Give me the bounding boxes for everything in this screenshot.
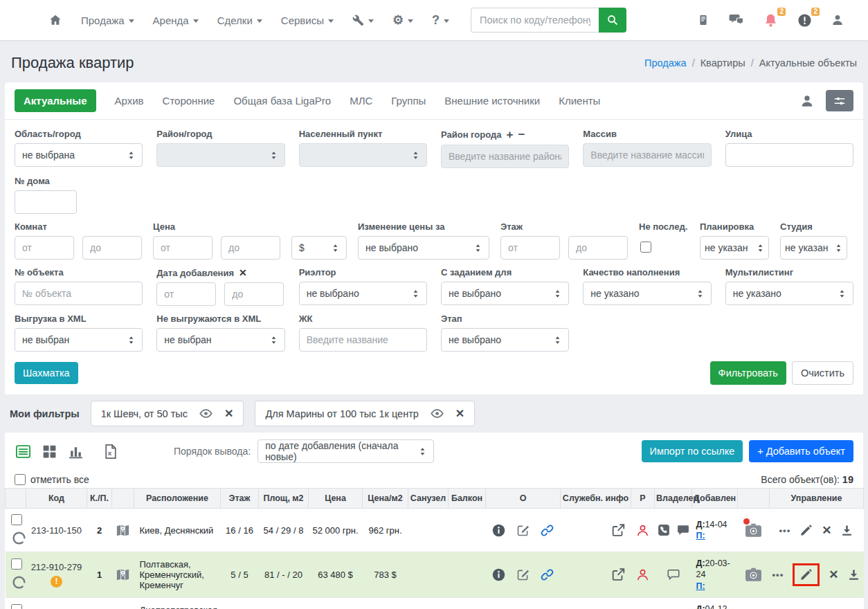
remove-district-icon[interactable]: −	[518, 129, 525, 140]
house-no-input[interactable]	[15, 190, 77, 214]
eye-icon[interactable]	[199, 406, 213, 421]
not-last-checkbox[interactable]	[640, 242, 651, 253]
nav-settings-menu[interactable]: ⚙	[392, 12, 413, 28]
delete-icon[interactable]: ✕	[822, 523, 831, 538]
map-icon[interactable]	[115, 522, 131, 538]
import-by-link-button[interactable]: Импорт по ссылке	[642, 440, 743, 462]
grid-view-button[interactable]	[41, 443, 58, 460]
chessboard-button[interactable]: Шахматка	[15, 362, 78, 384]
owner-link[interactable]: П:	[696, 581, 705, 591]
rooms-from-input[interactable]	[15, 236, 74, 260]
home-button[interactable]	[48, 13, 62, 27]
tab-archive[interactable]: Архив	[115, 95, 144, 107]
search-input[interactable]	[471, 8, 599, 33]
tab-actual[interactable]: Актуальные	[15, 89, 96, 112]
delete-filter-icon[interactable]: ✕	[224, 407, 233, 420]
street-input[interactable]	[725, 143, 853, 167]
list-view-button[interactable]	[15, 443, 32, 460]
phone-icon[interactable]	[657, 523, 671, 537]
comment-outline-icon[interactable]	[667, 567, 680, 581]
info-icon[interactable]	[491, 567, 506, 582]
link-icon[interactable]	[540, 567, 554, 582]
tab-third-party[interactable]: Сторонние	[163, 95, 215, 107]
row-checkbox[interactable]	[11, 558, 22, 570]
agent-filter-button[interactable]	[799, 93, 815, 109]
nav-tools-menu[interactable]	[352, 15, 374, 26]
owner-link[interactable]: П:	[696, 531, 705, 540]
multilisting-select[interactable]: не указано	[725, 282, 853, 305]
profile-button[interactable]	[831, 13, 844, 27]
download-icon[interactable]	[840, 524, 853, 537]
status-ring-icon[interactable]	[11, 574, 27, 590]
object-no-input[interactable]	[15, 282, 143, 305]
delete-filter-icon[interactable]: ✕	[455, 407, 464, 420]
sort-order-select[interactable]: по дате добавления (сначала новые)	[257, 439, 434, 463]
object-code[interactable]: 213-110-150	[31, 525, 82, 536]
price-from-input[interactable]	[153, 236, 213, 260]
floor-to-input[interactable]	[568, 236, 628, 260]
tab-groups[interactable]: Группы	[391, 95, 426, 107]
note-icon[interactable]	[516, 523, 530, 538]
excel-export-button[interactable]	[102, 443, 119, 460]
add-object-button[interactable]: + Добавить объект	[749, 440, 853, 462]
info-icon[interactable]	[491, 523, 506, 538]
journal-button[interactable]	[696, 13, 710, 27]
region-select[interactable]: не выбрана	[15, 143, 143, 167]
map-icon[interactable]	[115, 567, 131, 583]
realtor-icon[interactable]	[635, 567, 650, 582]
tab-ligapro-base[interactable]: Общая база LigaPro	[233, 95, 331, 107]
tab-mls[interactable]: МЛС	[350, 95, 372, 107]
row-checkbox[interactable]	[11, 514, 22, 525]
layout-select[interactable]: не указан	[700, 236, 769, 260]
object-code[interactable]: 212-910-279	[31, 562, 82, 572]
task-for-select[interactable]: не выбрано	[441, 282, 569, 305]
more-actions-icon[interactable]: •••	[779, 525, 791, 536]
realtor-select[interactable]: не выбрано	[299, 282, 427, 305]
row-checkbox[interactable]	[11, 604, 22, 609]
stage-select[interactable]: не выбрано	[441, 328, 569, 352]
more-actions-icon[interactable]: •••	[772, 570, 784, 580]
search-button[interactable]	[599, 8, 626, 33]
stats-view-button[interactable]	[67, 443, 84, 460]
saved-filter-chip[interactable]: 1к Шевч, от 50 тыс ✕	[91, 401, 244, 426]
floor-from-input[interactable]	[500, 236, 560, 260]
external-link-icon[interactable]	[611, 567, 626, 582]
download-icon[interactable]	[847, 568, 860, 581]
breadcrumb-sales-link[interactable]: Продажа	[644, 57, 687, 69]
price-change-select[interactable]: не выбрано	[358, 236, 489, 260]
comment-filled-icon[interactable]	[676, 523, 690, 537]
edit-icon[interactable]	[799, 568, 813, 581]
clear-date-icon[interactable]: ✕	[239, 267, 247, 278]
camera-icon[interactable]	[744, 566, 763, 583]
price-to-input[interactable]	[221, 236, 280, 260]
messages-button[interactable]	[728, 12, 745, 28]
nav-deals-menu[interactable]: Сделки	[217, 15, 262, 26]
notifications-button[interactable]: 2	[763, 12, 779, 28]
saved-filter-chip[interactable]: Для Марины от 100 тыс 1к центр ✕	[255, 401, 475, 426]
delete-icon[interactable]: ✕	[829, 567, 838, 582]
xml-skip-select[interactable]: не выбран	[156, 328, 284, 352]
nav-sales-menu[interactable]: Продажа	[81, 15, 134, 26]
currency-select[interactable]: $	[291, 236, 347, 260]
edit-icon[interactable]	[799, 524, 813, 537]
alerts-button[interactable]: 2	[797, 12, 813, 28]
date-from-input[interactable]	[156, 282, 216, 306]
rooms-to-input[interactable]	[82, 236, 142, 260]
xml-upload-select[interactable]: не выбран	[15, 328, 143, 352]
quality-select[interactable]: не указано	[583, 282, 711, 305]
add-district-icon[interactable]: +	[507, 129, 514, 140]
external-link-icon[interactable]	[611, 522, 626, 538]
complex-input[interactable]	[299, 328, 427, 352]
studio-select[interactable]: не указан	[780, 236, 847, 260]
status-ring-icon[interactable]	[11, 530, 27, 546]
apply-filter-button[interactable]: Фильтровать	[710, 361, 786, 385]
select-all-checkbox[interactable]	[15, 474, 26, 485]
tab-clients[interactable]: Клиенты	[559, 95, 600, 107]
filter-settings-button[interactable]	[826, 90, 853, 111]
link-icon[interactable]	[540, 523, 554, 538]
realtor-icon[interactable]	[635, 523, 650, 538]
clear-filter-button[interactable]: Очистить	[792, 361, 853, 385]
nav-rent-menu[interactable]: Аренда	[153, 15, 199, 26]
date-to-input[interactable]	[224, 282, 284, 306]
eye-icon[interactable]	[430, 406, 444, 421]
